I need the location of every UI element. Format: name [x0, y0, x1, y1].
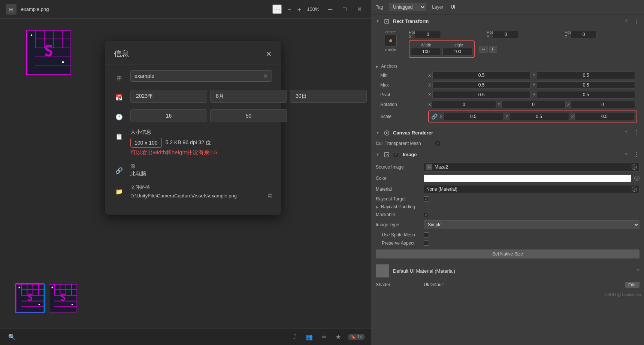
middle-label: middle	[385, 48, 396, 52]
anchor-min-x-input[interactable]	[432, 72, 530, 79]
shader-edit-button[interactable]: Edit.	[625, 282, 640, 288]
people-button[interactable]: 👥	[303, 332, 315, 342]
anchor-min-y-input[interactable]	[537, 72, 635, 79]
scale-z-input[interactable]	[574, 113, 634, 120]
scale-link-icon[interactable]: 🔗	[431, 114, 438, 119]
material-value-box: None (Material) ◎	[424, 185, 640, 193]
rotation-y-label: Y	[498, 102, 500, 107]
material-thumbnail	[376, 264, 389, 278]
time-minute-input[interactable]	[210, 109, 287, 122]
pivot-xy: X Y	[428, 91, 635, 99]
scale-y-input[interactable]	[509, 113, 569, 120]
svg-point-1	[386, 21, 387, 22]
rect-transform-header[interactable]: Rect Transform ? ⋮	[371, 15, 644, 28]
anchor-max-x-input[interactable]	[432, 81, 530, 89]
pivot-y-group: Y	[533, 91, 635, 99]
rect-transform-menu[interactable]: ⋮	[634, 18, 640, 25]
rotation-z-input[interactable]	[570, 101, 635, 108]
name-input[interactable]	[134, 73, 263, 79]
edit-button[interactable]: ✏	[320, 332, 329, 342]
raycast-padding-row[interactable]: Raycast Padding	[371, 203, 644, 211]
rotation-label: Rotation	[380, 102, 425, 107]
minimize-button[interactable]: ─	[325, 4, 335, 14]
color-swatch[interactable]	[424, 175, 631, 182]
rotation-x-input[interactable]	[432, 101, 496, 108]
name-input-wrapper: ✕	[130, 70, 272, 82]
date-day-input[interactable]	[290, 90, 367, 103]
thumbnail-item-2[interactable]	[48, 283, 78, 313]
date-month-input[interactable]	[210, 90, 287, 103]
badge-count: 14	[357, 335, 362, 339]
scale-highlighted: 🔗 X Y Z	[428, 111, 637, 122]
star-button[interactable]: ★	[333, 332, 343, 342]
maskable-row: Maskable	[371, 211, 644, 219]
tag-select[interactable]: Untagged	[389, 3, 426, 11]
pivot-x-input[interactable]	[432, 91, 530, 99]
use-sprite-mesh-checkbox[interactable]	[424, 232, 429, 237]
set-native-size-button[interactable]: Set Native Size	[376, 249, 640, 258]
image-menu[interactable]: ⋮	[634, 151, 640, 158]
source-image-row: Source Image ⊞ Maze2 ◎	[371, 161, 644, 173]
maskable-checkbox[interactable]	[424, 212, 429, 217]
scale-y-label: Y	[505, 114, 508, 119]
scale-x-input[interactable]	[443, 113, 503, 120]
main-image-canvas	[26, 30, 71, 75]
anchor-max-y-input[interactable]	[537, 81, 635, 89]
pivot-icon[interactable]	[385, 35, 397, 47]
canvas-renderer-help[interactable]: ?	[625, 130, 628, 136]
rect-transform-help[interactable]: ?	[625, 19, 628, 24]
copy-path-button[interactable]: ⧉	[268, 192, 272, 199]
shader-value: UI/Default	[424, 282, 622, 287]
raycast-target-label: Raycast Target	[376, 196, 421, 202]
cull-checkbox[interactable]	[435, 141, 440, 146]
source-label: 源	[130, 163, 272, 170]
zoom-in-button[interactable]: ＋	[296, 5, 303, 14]
image-type-select[interactable]: Simple Sliced Tiled Filled	[424, 220, 640, 229]
width-input[interactable]	[411, 48, 441, 55]
material-row-outer: Default UI Material (Material) ?	[371, 261, 644, 281]
dialog-header: 信息 ✕	[105, 41, 281, 64]
image-help[interactable]: ?	[625, 152, 628, 157]
preserve-aspect-checkbox[interactable]	[424, 240, 429, 246]
name-clear-button[interactable]: ✕	[263, 73, 268, 79]
material-help[interactable]: ?	[637, 268, 640, 273]
image-component-header[interactable]: Image ? ⋮	[371, 148, 644, 161]
time-hour-input[interactable]	[130, 109, 207, 122]
material-circle-button[interactable]: ◎	[632, 187, 637, 192]
color-circle-button[interactable]: ◎	[634, 176, 640, 181]
image-enabled-checkbox[interactable]	[393, 152, 398, 157]
rotation-y-input[interactable]	[501, 101, 566, 108]
raycast-target-checkbox[interactable]	[424, 196, 429, 202]
stretch-h-button[interactable]: ⇔	[479, 46, 488, 53]
title-bar: ⊞ example.png ··· － ＋ 100% ─ □ ✕	[0, 0, 371, 19]
left-panel: ⊞ example.png ··· － ＋ 100% ─ □ ✕ 信息 ✕ ⊞	[0, 0, 371, 345]
canvas-renderer-header[interactable]: Canvas Renderer ? ⋮	[371, 126, 644, 139]
maximize-button[interactable]: □	[340, 4, 350, 14]
posy-input[interactable]	[493, 31, 519, 38]
height-input[interactable]	[442, 48, 472, 55]
time-fields	[130, 109, 287, 122]
dialog-close-button[interactable]: ✕	[266, 49, 272, 58]
source-image-circle-button[interactable]: ◎	[632, 164, 637, 170]
image-component-block: Image ? ⋮ Source Image ⊞ Maze2 ◎ Color ◎…	[371, 148, 644, 261]
more-options-button[interactable]: ···	[272, 4, 282, 14]
image-type-label: Image Type	[376, 222, 421, 227]
thumbnail-item-1[interactable]	[15, 283, 45, 313]
shader-label: Shader	[376, 282, 421, 287]
posz-input[interactable]	[571, 31, 597, 38]
canvas-renderer-menu[interactable]: ⋮	[634, 129, 640, 136]
rect-transform-arrow	[376, 19, 380, 23]
share-button[interactable]: ⤴	[291, 332, 299, 342]
material-value: None (Material)	[426, 187, 457, 192]
date-year-input[interactable]	[130, 90, 207, 103]
zoom-out-button[interactable]: －	[286, 5, 293, 14]
close-window-button[interactable]: ✕	[354, 4, 365, 14]
search-button[interactable]: 🔍	[6, 332, 18, 342]
source-content: 源 此电脑	[130, 163, 272, 177]
pivot-y-input[interactable]	[537, 91, 635, 99]
posx-input[interactable]	[415, 31, 441, 38]
stretch-v-button[interactable]: F	[489, 46, 497, 53]
material-btns: ?	[637, 268, 640, 273]
raycast-padding-label: Raycast Padding	[381, 204, 415, 209]
pivot-x-label: X	[428, 93, 431, 97]
